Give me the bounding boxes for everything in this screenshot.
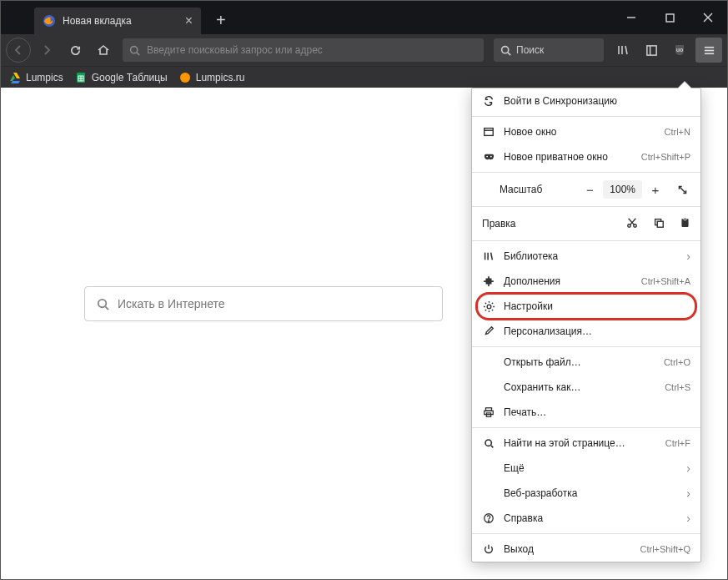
menu-addons[interactable]: Дополнения Ctrl+Shift+A [472, 269, 700, 294]
menu-signin[interactable]: Войти в Синхронизацию [472, 88, 700, 113]
menu-more[interactable]: Ещё › [472, 456, 700, 481]
shortcut: Ctrl+Shift+P [641, 152, 690, 162]
close-window-button[interactable] [689, 1, 727, 34]
separator [472, 172, 700, 173]
search-bar[interactable]: Поиск [494, 38, 604, 62]
menu-print[interactable]: Печать… [472, 400, 700, 425]
site-icon [179, 72, 191, 83]
sheets-icon [75, 72, 87, 83]
back-button[interactable] [6, 38, 31, 63]
menu-label: Войти в Синхронизацию [504, 95, 690, 107]
menu-new-private[interactable]: Новое приватное окно Ctrl+Shift+P [472, 144, 700, 169]
menu-zoom-row: Масштаб − 100% + [472, 175, 700, 204]
app-menu: Войти в Синхронизацию Новое окно Ctrl+N … [471, 88, 701, 562]
tab-active[interactable]: Новая вкладка × [34, 8, 201, 34]
reload-button[interactable] [63, 38, 88, 63]
svg-point-7 [502, 46, 509, 53]
bookmarks-bar: Lumpics Google Таблицы Lumpics.ru [1, 66, 727, 88]
copy-button[interactable] [653, 217, 665, 231]
menu-label: Новое окно [504, 126, 665, 138]
search-icon [500, 45, 511, 56]
svg-rect-12 [646, 45, 655, 54]
menu-label: Ещё [504, 462, 686, 474]
menu-webdev[interactable]: Веб-разработка › [472, 481, 700, 506]
shortcut: Ctrl+O [664, 357, 690, 367]
web-search-input[interactable]: Искать в Интернете [84, 286, 443, 321]
sync-icon [482, 95, 495, 107]
menu-save-as[interactable]: Сохранить как… Ctrl+S [472, 375, 700, 400]
menu-settings[interactable]: Настройки [472, 294, 700, 319]
drive-icon [9, 72, 21, 83]
zoom-label: Масштаб [482, 184, 576, 195]
paste-button[interactable] [680, 217, 690, 231]
menu-label: Библиотека [504, 250, 686, 262]
bookmark-item[interactable]: Lumpics.ru [179, 72, 245, 83]
svg-line-39 [491, 253, 493, 260]
menu-label: Дополнения [504, 275, 641, 287]
ublock-icon[interactable]: uo [667, 38, 692, 63]
mask-icon [482, 151, 495, 164]
zoom-out-button[interactable]: − [576, 178, 603, 201]
url-bar[interactable]: Введите поисковый запрос или адрес [123, 38, 484, 62]
svg-rect-34 [657, 221, 663, 227]
svg-text:uo: uo [676, 47, 684, 53]
search-icon [482, 438, 495, 449]
search-placeholder: Искать в Интернете [118, 297, 225, 310]
svg-line-6 [137, 52, 139, 54]
chevron-right-icon: › [686, 487, 690, 500]
search-placeholder: Поиск [516, 44, 544, 56]
menu-open-file[interactable]: Открыть файл… Ctrl+O [472, 350, 700, 375]
separator [472, 206, 700, 207]
menu-label: Сохранить как… [504, 381, 665, 393]
fullscreen-button[interactable] [669, 178, 695, 201]
menu-new-window[interactable]: Новое окно Ctrl+N [472, 119, 700, 144]
toolbar: Введите поисковый запрос или адрес Поиск… [1, 34, 727, 66]
hamburger-menu-button[interactable] [695, 38, 722, 63]
zoom-in-button[interactable]: + [642, 178, 669, 201]
shortcut: Ctrl+F [665, 438, 690, 448]
menu-exit[interactable]: Выход Ctrl+Shift+Q [472, 537, 700, 562]
svg-rect-25 [484, 129, 494, 136]
menu-library[interactable]: Библиотека › [472, 244, 700, 269]
maximize-button[interactable] [650, 1, 689, 34]
menu-label: Справка [504, 512, 686, 524]
bookmark-label: Lumpics.ru [196, 72, 245, 83]
new-tab-button[interactable]: + [216, 11, 226, 30]
svg-line-24 [105, 306, 108, 310]
menu-arrow [677, 82, 692, 89]
home-button[interactable] [91, 38, 116, 63]
sidebar-icon[interactable] [639, 38, 664, 63]
cut-button[interactable] [626, 217, 638, 231]
menu-label: Новое приватное окно [504, 151, 641, 163]
svg-point-5 [131, 46, 138, 53]
svg-point-28 [490, 155, 491, 157]
menu-label: Персонализация… [504, 325, 690, 337]
library-icon[interactable] [610, 38, 635, 63]
bookmark-item[interactable]: Google Таблицы [75, 72, 168, 83]
shortcut: Ctrl+Shift+A [641, 276, 690, 286]
svg-point-40 [487, 305, 491, 309]
bookmark-label: Google Таблицы [92, 72, 168, 83]
shortcut: Ctrl+Shift+Q [640, 544, 690, 554]
library-icon [482, 250, 495, 262]
tab-title: Новая вкладка [63, 15, 132, 27]
zoom-value: 100% [603, 180, 642, 199]
menu-customize[interactable]: Персонализация… [472, 319, 700, 344]
svg-rect-36 [684, 218, 686, 219]
menu-help[interactable]: Справка › [472, 506, 700, 531]
window-controls [612, 1, 727, 34]
close-icon[interactable]: × [185, 13, 193, 28]
separator [472, 533, 700, 534]
svg-point-47 [488, 521, 489, 522]
edit-label: Правка [482, 218, 626, 229]
help-icon [482, 512, 495, 524]
minimize-button[interactable] [612, 1, 650, 34]
forward-button[interactable] [34, 38, 59, 63]
svg-line-45 [490, 445, 492, 446]
menu-label: Выход [504, 543, 640, 555]
menu-find[interactable]: Найти на этой странице… Ctrl+F [472, 431, 700, 456]
chevron-right-icon: › [686, 250, 690, 263]
separator [472, 427, 700, 428]
paintbrush-icon [482, 325, 495, 337]
bookmark-item[interactable]: Lumpics [9, 72, 63, 83]
